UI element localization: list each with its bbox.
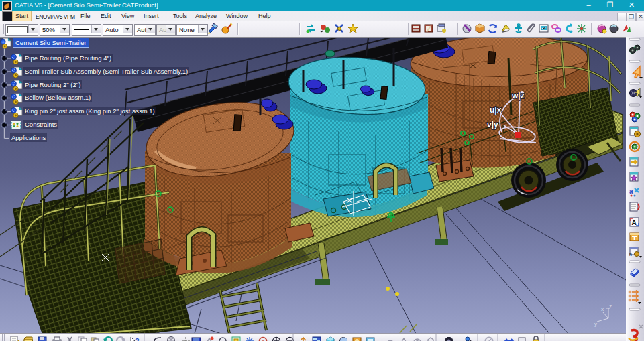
svg-text:v|y: v|y [487,120,498,129]
svg-text:x: x [601,306,604,312]
svg-text:?: ? [135,337,140,341]
svg-text:w|z: w|z [511,91,525,100]
svg-text:z: z [609,303,612,310]
svg-text:y: y [594,321,597,327]
svg-text:a: a [629,188,633,195]
svg-text:A: A [632,219,637,226]
svg-text:n: n [629,252,632,257]
svg-text:u|x: u|x [490,105,502,115]
